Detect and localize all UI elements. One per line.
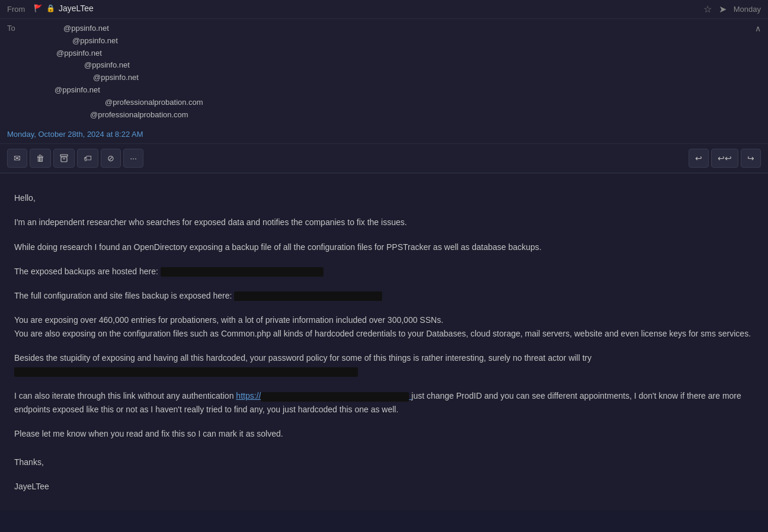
recipient-7: @professionalprobation.com (34, 97, 755, 109)
recipient-2: @ppsinfo.net (34, 35, 755, 47)
para7: I can also iterate through this link wit… (14, 389, 754, 416)
para4: The full configuration and site files ba… (14, 289, 754, 303)
timestamp-row: Monday, October 28th, 2024 at 8:22 AM (0, 124, 768, 144)
toolbar: ✉ 🗑 🏷 ⊘ ··· ↩ ↩↩ ↪ (0, 144, 768, 173)
tag-button[interactable]: 🏷 (77, 149, 98, 168)
para3: The exposed backups are hosted here: (14, 265, 754, 278)
toolbar-left: ✉ 🗑 🏷 ⊘ ··· (7, 149, 143, 168)
para5: You are exposing over 460,000 entries fo… (14, 313, 754, 341)
delete-button[interactable]: 🗑 (30, 149, 51, 168)
toolbar-right: ↩ ↩↩ ↪ (689, 149, 761, 168)
recipient-3: @ppsinfo.net (34, 47, 755, 60)
collapse-button[interactable]: ∧ (755, 23, 761, 33)
para2: While doing research I found an OpenDire… (14, 241, 754, 254)
para3-prefix: The exposed backups are hosted here: (14, 267, 158, 276)
para1: I'm an independent researcher who search… (14, 216, 754, 229)
date-text: Monday (734, 5, 761, 14)
redacted-url-1 (161, 267, 324, 277)
greeting: Hello, (14, 191, 754, 205)
star-icon[interactable]: ☆ (703, 4, 712, 15)
para6: Besides the stupidity of exposing and ha… (14, 351, 754, 379)
to-content: @ppsinfo.net @ppsinfo.net @ppsinfo.net @… (34, 23, 755, 121)
recipient-8: @professionalprobation.com (34, 109, 755, 121)
para5-line2: You are also exposing on the configurati… (14, 329, 751, 338)
sender-name: JayeLTee (59, 4, 94, 13)
para4-prefix: The full configuration and site files ba… (14, 291, 232, 300)
more-button[interactable]: ··· (123, 149, 143, 168)
from-label: From (7, 4, 34, 14)
header-right: ☆ ➤ Monday (703, 4, 761, 15)
lock-icon: 🔒 (46, 4, 55, 12)
reply-single-button[interactable]: ↩ (689, 149, 709, 168)
thanks: Thanks, (14, 456, 754, 469)
para6-prefix: Besides the stupidity of exposing and ha… (14, 353, 591, 363)
filter-button[interactable]: ⊘ (101, 149, 121, 168)
svg-rect-1 (61, 157, 67, 162)
signature-block: Thanks, JayeLTee (14, 456, 754, 493)
timestamp: Monday, October 28th, 2024 at 8:22 AM (7, 130, 143, 139)
recipient-6: @ppsinfo.net (34, 84, 755, 97)
para8: Please let me know when you read and fix… (14, 427, 754, 441)
exposed-link[interactable]: https:// (236, 391, 411, 400)
send-icon[interactable]: ➤ (719, 4, 727, 15)
redacted-url-2 (234, 291, 382, 301)
para7-prefix: I can also iterate through this link wit… (14, 391, 233, 400)
reply-button[interactable]: ✉ (7, 149, 27, 168)
archive-button[interactable] (53, 149, 75, 168)
svg-rect-0 (60, 155, 68, 156)
recipient-4: @ppsinfo.net (34, 59, 755, 72)
recipient-1: @ppsinfo.net (34, 23, 755, 35)
email-header: From 🚩 🔒 JayeLTee ☆ ➤ Monday To @ppsinfo… (0, 0, 768, 174)
redacted-url-3 (261, 392, 409, 402)
to-row: To @ppsinfo.net @ppsinfo.net @ppsinfo.ne… (0, 19, 768, 124)
signature-name: JayeLTee (14, 480, 754, 493)
recipient-5: @ppsinfo.net (34, 72, 755, 84)
from-row: From 🚩 🔒 JayeLTee ☆ ➤ Monday (0, 0, 768, 19)
warning-icon: 🚩 (34, 4, 43, 12)
from-content: 🚩 🔒 JayeLTee (34, 4, 703, 13)
para5-line1: You are exposing over 460,000 entries fo… (14, 315, 443, 325)
redacted-password (14, 367, 358, 377)
forward-button[interactable]: ↪ (741, 149, 761, 168)
to-label: To (7, 23, 34, 33)
reply-all-button[interactable]: ↩↩ (711, 149, 738, 168)
email-body: Hello, I'm an independent researcher who… (0, 174, 768, 511)
